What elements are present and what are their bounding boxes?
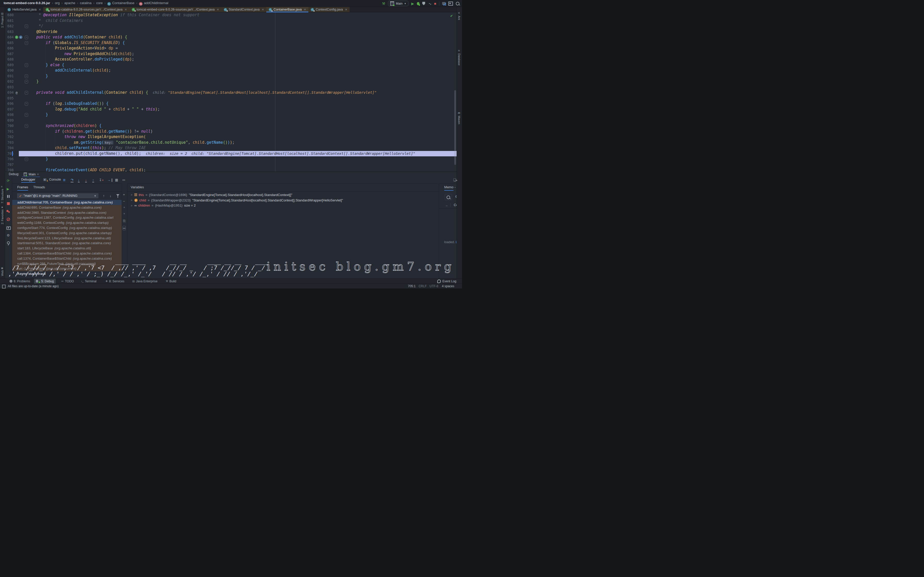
stack-frame[interactable]: startInternal:5051, StandardContext(org.…	[12, 240, 122, 246]
tab-tomcat-catalina-9-0-26-sources-jar-context-java[interactable]: Itomcat-catalina-9.0.26-sources.jar!/...…	[43, 7, 129, 12]
run-button[interactable]: ▶	[411, 2, 414, 5]
filter-funnel-icon[interactable]	[116, 194, 120, 196]
overridden-icon[interactable]: ↓	[19, 35, 23, 39]
fold-marker-icon[interactable]: −	[25, 35, 28, 39]
line-number[interactable]: 694	[5, 90, 14, 95]
line-number[interactable]: 684	[5, 34, 14, 40]
code-line-707[interactable]: 707	[5, 162, 457, 168]
move-down-icon[interactable]: ▼	[123, 213, 126, 215]
fold-marker-icon[interactable]: −	[25, 157, 28, 161]
tab-threads[interactable]: Threads	[33, 185, 45, 189]
line-number[interactable]: 702	[5, 134, 14, 140]
fold-marker-icon[interactable]: −	[25, 41, 28, 45]
restore-layout-icon[interactable]: ❏▾	[453, 178, 457, 182]
pause-icon[interactable]	[7, 195, 8, 198]
stack-frame[interactable]: start:183, LifecycleBase(org.apache.cata…	[12, 246, 122, 251]
inspections-ok-icon[interactable]: ✔	[450, 14, 453, 18]
code-line-708[interactable]: 708 fireContainerEvent(ADD_CHILD_EVENT, …	[5, 168, 457, 172]
view-breakpoints-icon[interactable]	[6, 210, 8, 212]
editor-scrollbar[interactable]	[454, 90, 456, 165]
fold-marker-icon[interactable]: −	[25, 63, 28, 67]
stack-frame[interactable]: run$$$capture:266, FutureTask(java.util.…	[12, 261, 122, 266]
sidebar-item-database[interactable]: Database	[458, 53, 461, 65]
code-line-706[interactable]: 706− }	[5, 156, 457, 162]
force-step-into-icon[interactable]: ↓	[85, 178, 87, 182]
line-number[interactable]: 685	[5, 40, 14, 46]
code-line-685[interactable]: 685− if (Globals.IS_SECURITY_ENABLED) {	[5, 40, 457, 46]
code-line-700[interactable]: 700− synchronized(children) {	[5, 123, 457, 129]
toolwindow-button-8-services[interactable]: ❖8: Services	[103, 279, 126, 284]
debug-session-tab[interactable]: Main ✕	[22, 172, 40, 177]
run-config-chip[interactable]: Main ▼	[388, 1, 409, 6]
thread-dropdown[interactable]: ✓ "main"@1 in group "main": RUNNING ▼	[17, 193, 99, 198]
frame-up-icon[interactable]: ↑	[103, 194, 105, 198]
line-number[interactable]: 683	[5, 29, 14, 35]
stack-frame[interactable]: addChildInternal:705, ContainerBase(org.…	[12, 200, 122, 205]
step-out-icon[interactable]: ↑	[92, 178, 94, 182]
close-icon[interactable]: ✕	[262, 8, 264, 11]
close-icon[interactable]: ✕	[345, 8, 347, 11]
line-number[interactable]: 681	[5, 18, 14, 24]
tab-contextconfig-java[interactable]: CContextConfig.java✕	[309, 7, 350, 12]
line-number[interactable]: 695	[5, 95, 14, 101]
thread-dump-icon[interactable]	[6, 226, 11, 230]
event-log-button[interactable]: Event Log	[437, 279, 456, 284]
profiler-button[interactable]: ◔▾	[428, 2, 431, 5]
stack-frame[interactable]: configureStart:774, ContextConfig(org.ap…	[12, 226, 122, 230]
close-icon[interactable]: ✕	[216, 8, 219, 11]
code-line-703[interactable]: 703 sm.getString(key: "containerBase.chi…	[5, 140, 457, 145]
line-number[interactable]: 707	[5, 162, 14, 168]
tab-frames[interactable]: Frames	[17, 185, 28, 191]
code-line-687[interactable]: 687 new PrivilegedAddChild(child);	[5, 51, 457, 57]
line-number[interactable]: 701	[5, 129, 14, 134]
fold-marker-icon[interactable]: −	[25, 91, 28, 95]
breadcrumb[interactable]: tomcat-embed-core-9.0.26.jar›org›apache›…	[3, 1, 168, 6]
fold-marker-icon[interactable]: −	[25, 113, 28, 117]
toolwindow-button-todo[interactable]: ≔TODO	[59, 279, 76, 284]
close-icon[interactable]: ✕	[37, 173, 39, 176]
line-number[interactable]: 691	[5, 73, 14, 79]
expand-chevron-icon[interactable]: >	[131, 198, 133, 202]
project-structure-icon[interactable]	[442, 2, 446, 5]
line-number[interactable]: 680	[5, 12, 14, 18]
expand-chevron-icon[interactable]: >	[131, 193, 133, 196]
sidebar-item-web[interactable]: Web	[1, 270, 4, 276]
line-number[interactable]: 704	[5, 145, 14, 151]
tab-debugger[interactable]: Debugger	[21, 178, 36, 183]
memory-search-button[interactable]	[445, 194, 452, 200]
build-hammer-icon[interactable]: ⚒	[382, 2, 385, 5]
sidebar-item-ant[interactable]: Ant	[458, 16, 461, 20]
stop-button[interactable]: ■	[434, 2, 436, 5]
stack-frame[interactable]: call:1374, ContainerBase$StartChild(org.…	[12, 256, 122, 261]
line-number[interactable]: 706	[5, 156, 14, 162]
stack-frame[interactable]: webConfig:1168, ContextConfig(org.apache…	[12, 220, 122, 226]
line-number[interactable]: 686	[5, 45, 14, 51]
evaluate-expression-icon[interactable]: ▦	[115, 178, 118, 182]
line-number[interactable]: 688	[5, 56, 14, 62]
sidebar-item-maven[interactable]: Maven	[458, 116, 461, 124]
code-line-699[interactable]: 699	[5, 118, 457, 123]
code-line-686[interactable]: 686 PrivilegedAction<Void> dp =	[5, 45, 457, 51]
line-number[interactable]: 682	[5, 23, 14, 29]
tab-helloservlet-java[interactable]: CHelloServlet.java✕	[5, 7, 43, 12]
line-number[interactable]: 689	[5, 62, 14, 68]
caret-position[interactable]: 705:1	[408, 284, 415, 288]
memory-settings-icon[interactable]: ⚙	[455, 195, 457, 198]
stack-frame[interactable]: run:-1, FutureTask(java.util.concurrent)	[12, 266, 122, 271]
variable-row-children[interactable]: >∞children = {HashMap@1951} size = 2	[131, 203, 439, 208]
line-number[interactable]: 698	[5, 112, 14, 118]
mute-breakpoints-icon[interactable]	[7, 218, 10, 221]
toolwindow-button-build[interactable]: ⚒Build	[164, 279, 178, 284]
toolwindow-button-terminal[interactable]: ›_Terminal	[79, 279, 98, 284]
toolwindow-button-5-debug[interactable]: 5: Debug	[34, 279, 56, 284]
debug-button[interactable]	[417, 2, 420, 5]
sidebar-item-7-structure[interactable]: 7: Structure	[1, 189, 4, 203]
rerun-icon[interactable]: ⟳	[7, 179, 10, 182]
code-line-689[interactable]: 689− } else {	[5, 62, 457, 68]
copy-stack-icon[interactable]: ⎘	[123, 219, 126, 222]
code-line-690[interactable]: 690 addChildInternal(child);	[5, 68, 457, 73]
step-into-icon[interactable]: ↓	[78, 178, 80, 182]
breadcrumb-item[interactable]: ContainerBase	[112, 1, 134, 5]
code-line-701[interactable]: 701 if (children.get(child.getName()) !=…	[5, 129, 457, 134]
indent-setting[interactable]: 4 spaces	[442, 284, 454, 288]
